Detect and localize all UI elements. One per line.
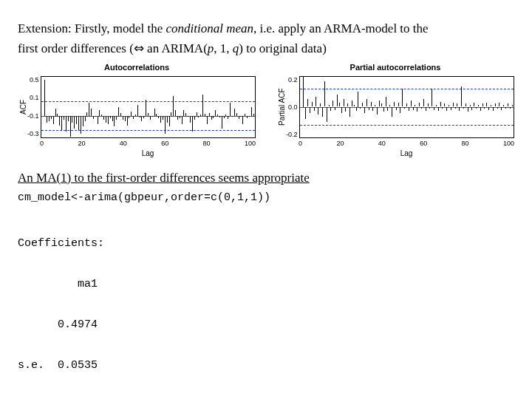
acf-chart: Autocorrelations ACF 0.5 0.1 -0.1 -0.3 0… — [18, 63, 256, 157]
coef-se: s.e. 0.0535 — [18, 359, 514, 372]
xtick: 80 — [462, 140, 469, 147]
y-ticks: 0.5 0.1 -0.1 -0.3 — [27, 76, 41, 138]
plot-area — [41, 76, 256, 138]
xtick: 40 — [120, 140, 127, 147]
xtick: 40 — [378, 140, 386, 147]
ytick: -0.3 — [27, 130, 39, 137]
y-axis-label: Partial ACF — [276, 76, 286, 138]
coef-name: ma1 — [18, 278, 514, 291]
intro-text: first order differences (⇔ an ARIMA( — [18, 41, 208, 55]
x-axis-label: Lag — [18, 149, 256, 157]
conclusion: An MA(1) to the first-order differences … — [18, 171, 514, 185]
chart-title: Autocorrelations — [18, 63, 256, 72]
chart-title: Partial autocorrelations — [276, 63, 514, 72]
intro-text: ) to original data) — [239, 41, 327, 55]
intro-text: , 1, — [214, 41, 233, 55]
xtick: 80 — [203, 140, 211, 147]
y-axis-label: ACF — [18, 76, 27, 138]
ytick: -0.1 — [27, 112, 39, 120]
plot-area — [299, 76, 514, 138]
charts-container: Autocorrelations ACF 0.5 0.1 -0.1 -0.3 0… — [18, 63, 514, 157]
xtick: 20 — [336, 140, 344, 147]
coef-block: Coefficients: ma1 0.4974 s.e. 0.0535 — [18, 211, 514, 399]
pacf-chart: Partial autocorrelations Partial ACF 0.2… — [276, 63, 514, 157]
intro-line2: first order differences (⇔ an ARIMA(p, 1… — [18, 41, 514, 56]
r-code: cm_model<-arima(gbpeur,order=c(0,1,1)) — [18, 191, 514, 205]
x-ticks: 0 20 40 60 80 100 — [276, 140, 514, 147]
xtick: 20 — [78, 140, 85, 147]
ytick: 0.1 — [27, 94, 39, 101]
ytick: 0.5 — [27, 76, 39, 83]
x-ticks: 0 20 40 60 80 100 — [18, 140, 256, 147]
ytick: 0.0 — [286, 103, 298, 111]
intro-text: , i.e. apply an ARMA-model to the — [253, 21, 429, 35]
xtick: 0 — [299, 140, 302, 147]
xtick: 100 — [245, 140, 256, 147]
ytick: -0.2 — [286, 131, 298, 138]
intro-italic: conditional mean — [166, 21, 254, 35]
coef-est: 0.4974 — [18, 318, 514, 332]
intro-text: Extension: Firstly, model the — [18, 21, 166, 35]
xtick: 100 — [503, 140, 514, 147]
x-axis-label: Lag — [276, 149, 514, 157]
ytick: 0.2 — [286, 76, 298, 83]
xtick: 60 — [420, 140, 427, 147]
xtick: 0 — [40, 140, 44, 147]
coef-header: Coefficients: — [18, 237, 514, 250]
y-ticks: 0.2 0.0 -0.2 — [286, 76, 299, 138]
xtick: 60 — [161, 140, 168, 147]
intro-line1: Extension: Firstly, model the conditiona… — [18, 21, 514, 36]
